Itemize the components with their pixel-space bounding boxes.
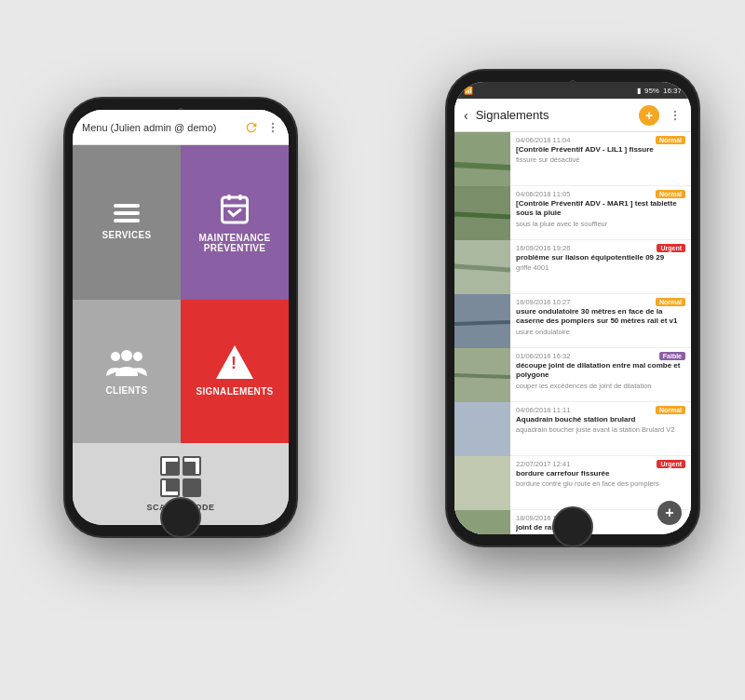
signal-title-7: bordure carrefour fissurée <box>516 469 685 478</box>
signal-list: 04/06/2018 11:04 Normal [Contrôle Préven… <box>454 132 691 534</box>
menu-cell-signalements[interactable]: ! SIGNALEMENTS <box>181 300 289 444</box>
signal-title-4: usure ondulatoire 30 mètres en face de l… <box>516 307 685 327</box>
signal-thumb-3 <box>454 240 510 294</box>
signal-thumb-1 <box>454 132 510 186</box>
signal-top-row-5: 01/06/2016 16:32 Faible <box>516 352 685 360</box>
svg-point-0 <box>272 122 274 124</box>
calendar-check-icon <box>218 192 251 225</box>
signal-content-3: 16/09/2016 19:26 Urgent problème sur lia… <box>510 240 691 293</box>
signal-thumb-2 <box>454 186 510 240</box>
signal-badge-2: Normal <box>656 190 685 198</box>
svg-rect-23 <box>454 402 510 456</box>
signal-desc-3: griffe 4001 <box>516 263 685 272</box>
signal-desc-4: usure ondulatoire <box>516 328 685 336</box>
svg-point-12 <box>674 117 676 119</box>
signal-title-3: problème sur liaison équipotentielle 09 … <box>516 253 685 262</box>
battery-percent: 95% <box>644 87 659 95</box>
status-left-icons: 📶 <box>464 87 473 95</box>
add-button[interactable]: + <box>639 105 659 126</box>
signal-desc-1: fissure sur désactivé <box>516 155 685 164</box>
people-icon <box>106 346 147 378</box>
signal-desc-5: couper les excédences de joint de dilata… <box>516 382 685 390</box>
svg-line-20 <box>454 322 510 324</box>
services-label: SERVICES <box>102 230 152 240</box>
signal-title-8: joint de rail <box>516 523 685 532</box>
svg-line-16 <box>454 214 510 217</box>
svg-rect-13 <box>454 132 510 186</box>
more-dots-icon[interactable] <box>669 109 682 122</box>
time-display: 16:37 <box>663 87 682 95</box>
refresh-icon[interactable] <box>244 120 259 135</box>
signalements-label: SIGNALEMENTS <box>196 386 273 397</box>
menu-cell-maintenance[interactable]: MAINTENANCE PRÉVENTIVE <box>181 145 289 300</box>
signal-item[interactable]: 04/06/2018 11:11 Normal Aquadrain bouché… <box>454 402 691 456</box>
signal-badge-6: Normal <box>656 406 685 414</box>
right-phone-screen: 📶 ▮ 95% 16:37 ‹ Signalements + <box>454 82 691 534</box>
signal-content-1: 04/06/2018 11:04 Normal [Contrôle Préven… <box>510 132 691 185</box>
signal-item[interactable]: 22/07/2017 12:41 Urgent bordure carrefou… <box>454 456 691 510</box>
signal-top-row-7: 22/07/2017 12:41 Urgent <box>516 460 685 468</box>
app-header: ‹ Signalements + <box>454 99 691 132</box>
phone-home-button-right[interactable] <box>552 506 593 547</box>
app-title: Signalements <box>476 108 549 122</box>
svg-point-7 <box>121 350 132 361</box>
clients-label: CLIENTS <box>106 385 148 396</box>
signal-top-row-6: 04/06/2018 11:11 Normal <box>516 406 685 414</box>
svg-rect-25 <box>454 510 510 534</box>
header-right-icons: + <box>639 105 682 126</box>
left-phone-screen: Menu (Julien admin @ demo) <box>73 110 289 525</box>
signal-date-3: 16/09/2016 19:26 <box>516 244 570 252</box>
signal-title-5: découpe joint de dilatation entre mal co… <box>516 361 685 381</box>
status-bar: 📶 ▮ 95% 16:37 <box>454 82 691 99</box>
signal-desc-7: bordure contre glu route en face des pom… <box>516 479 685 488</box>
svg-point-8 <box>111 352 120 361</box>
signal-item[interactable]: 01/06/2016 16:32 Faible découpe joint de… <box>454 348 691 402</box>
signal-desc-6: aquadrain boucher juste avant la station… <box>516 425 685 434</box>
svg-rect-24 <box>454 456 510 510</box>
svg-point-9 <box>133 352 142 361</box>
signal-thumb-6 <box>454 402 510 456</box>
signal-date-6: 04/06/2018 11:11 <box>516 406 570 414</box>
signal-item[interactable]: 04/06/2018 11:05 Normal [Contrôle Préven… <box>454 186 691 240</box>
signal-item[interactable]: 16/09/2016 10:27 Normal usure ondulatoir… <box>454 294 691 348</box>
phone-right: 📶 ▮ 95% 16:37 ‹ Signalements + <box>447 71 698 545</box>
signal-top-row-1: 04/06/2018 11:04 Normal <box>516 136 685 144</box>
signal-content-4: 16/09/2016 10:27 Normal usure ondulatoir… <box>510 294 691 347</box>
signal-item[interactable]: 04/06/2018 11:04 Normal [Contrôle Préven… <box>454 132 691 186</box>
svg-point-11 <box>674 114 676 115</box>
signal-title-1: [Contrôle Préventif ADV - LIL1 ] fissure <box>516 145 685 155</box>
signal-date-7: 22/07/2017 12:41 <box>516 460 570 468</box>
left-header-icons <box>244 120 279 135</box>
signal-badge-4: Normal <box>656 298 685 306</box>
signal-date-5: 01/06/2016 16:32 <box>516 352 570 360</box>
signal-badge-3: Urgent <box>657 244 685 252</box>
svg-rect-3 <box>223 197 248 222</box>
phones-container: Menu (Julien admin @ demo) <box>19 24 726 676</box>
signal-thumb-7 <box>454 456 510 510</box>
signal-content-2: 04/06/2018 11:05 Normal [Contrôle Préven… <box>510 186 691 239</box>
svg-point-1 <box>272 126 274 128</box>
svg-point-10 <box>674 110 676 112</box>
phone-left: Menu (Julien admin @ demo) <box>65 99 296 536</box>
battery-icon: ▮ <box>637 87 641 95</box>
warning-container: ! <box>216 345 253 379</box>
svg-line-14 <box>454 165 510 168</box>
left-header: Menu (Julien admin @ demo) <box>73 110 289 145</box>
menu-cell-clients[interactable]: CLIENTS <box>73 300 181 444</box>
more-icon[interactable] <box>266 121 279 134</box>
menu-grid: SERVICES MAINTENANCE PRÉVENTIVE <box>73 145 289 443</box>
back-arrow-icon[interactable]: ‹ <box>464 108 468 123</box>
signal-item[interactable]: 16/09/2016 19:26 Urgent problème sur lia… <box>454 240 691 294</box>
signal-content-5: 01/06/2016 16:32 Faible découpe joint de… <box>510 348 691 401</box>
svg-line-22 <box>454 375 510 377</box>
signal-date-4: 16/09/2016 10:27 <box>516 298 570 306</box>
fab-add-button[interactable]: + <box>657 501 682 525</box>
signal-top-row-2: 04/06/2018 11:05 Normal <box>516 190 685 198</box>
signal-top-row-4: 16/09/2016 10:27 Normal <box>516 298 685 306</box>
signal-top-row-3: 16/09/2016 19:26 Urgent <box>516 244 685 252</box>
signal-desc-2: sous la pluie avec le souffleur <box>516 220 685 228</box>
menu-cell-services[interactable]: SERVICES <box>73 145 181 300</box>
signal-title-2: [Contrôle Préventif ADV - MAR1 ] test ta… <box>516 199 685 219</box>
qr-code-icon <box>160 456 201 497</box>
phone-home-button-left[interactable] <box>160 497 201 538</box>
